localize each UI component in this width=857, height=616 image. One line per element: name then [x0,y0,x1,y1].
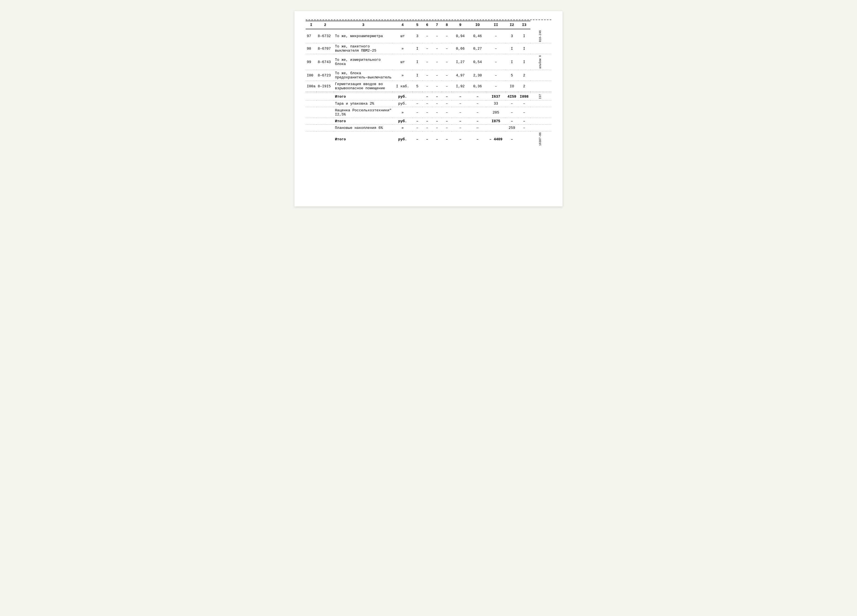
cell-col12: I [506,54,518,70]
cell-col6: – [422,70,432,81]
cell-col4: руб. [393,118,412,125]
cell-col10: 0,27 [469,43,486,54]
cell-col5 [412,93,422,100]
cell-col9: 0,66 [452,43,469,54]
cell-col8: – [442,81,452,92]
table-row: Плановые накопления 6%»–––––—259– [306,125,551,131]
cell-col10: – [469,118,486,125]
cell-col3: Герметизация вводов во взрывоопасное пом… [334,81,393,92]
cell-col6: – [422,29,432,43]
table-row: 978–6732То же, микроамперметрашт3–––0,94… [306,29,551,43]
cell-col8: – [442,100,452,107]
cell-col10: — [469,125,486,131]
col-header-9: 9 [452,21,469,29]
cell-col2 [317,107,334,118]
side-label: 16387-06 [531,131,551,147]
cell-col4: » [393,43,412,54]
cell-col12: 3 [506,29,518,43]
cell-col10: 0,46 [469,29,486,43]
cell-col9: 4,97 [452,70,469,81]
cell-col2: 8–6707 [317,43,334,54]
cell-col4: шт [393,54,412,70]
cell-col6: – [422,54,432,70]
cell-col4: руб. [393,100,412,107]
cell-col13: – [518,100,531,107]
cell-col6: – [422,125,432,131]
cell-col10: – [469,107,486,118]
column-headers: I 2 3 4 5 6 7 8 9 IO II I2 I3 [306,21,551,29]
cell-col9: – [452,125,469,131]
cell-col2: 8–6743 [317,54,334,70]
cell-col5: – [412,118,422,125]
cell-col6: – [422,81,432,92]
cell-col13: – [518,125,531,131]
cell-col3: Плановые накопления 6% [334,125,393,131]
table-row: 988–6707То же, пакетного выключателя ПВМ… [306,43,551,54]
cell-col1 [306,131,317,147]
cell-col8: – [442,93,452,100]
cell-col3: То же, микроамперметра [334,29,393,43]
cell-col10: – [469,100,486,107]
cell-col6: – [422,93,432,100]
cell-col1: I00а [306,81,317,92]
cell-col11: – 4409 [486,131,506,147]
cell-col11: – [486,70,506,81]
cell-col10: 0,36 [469,81,486,92]
cell-col5: I [412,70,422,81]
col-header-2: 2 [317,21,334,29]
cell-col5: – [412,100,422,107]
cell-col13: I098 [518,93,531,100]
cell-col9: – [452,118,469,125]
cell-col11 [486,125,506,131]
cell-col13: 2 [518,81,531,92]
cell-col12: 4I59 [506,93,518,100]
cell-col7: – [432,70,442,81]
col-header-13: I3 [518,21,531,29]
cell-col13: – [518,107,531,118]
cell-col8: – [442,29,452,43]
cell-col7: – [432,81,442,92]
cell-col8: – [442,131,452,147]
cell-col6: – [422,107,432,118]
table-row: I008–6723То же, блока предохранитель–вык… [306,70,551,81]
cell-col8: – [442,70,452,81]
cell-col1: 99 [306,54,317,70]
cell-col7: – [432,93,442,100]
cell-col9: I,92 [452,81,469,92]
cell-col13 [518,131,531,147]
cell-col7: – [432,118,442,125]
cell-col9: – [452,100,469,107]
cell-col9: – [452,131,469,147]
cell-col3: То же, блока предохранитель–выключатель [334,70,393,81]
col-header-11: II [486,21,506,29]
cell-col11: – [486,81,506,92]
cell-col5: 3 [412,29,422,43]
cell-col7: – [432,43,442,54]
side-label: альбом 6 [531,54,551,70]
table-row: 998–6743То же, измерительного блокаштI––… [306,54,551,70]
cell-col3: Тара и упаковка 2% [334,100,393,107]
cell-col12: – [506,131,518,147]
col-header-10: IO [469,21,486,29]
cell-col11: 33 [486,100,506,107]
cell-col3: Итого [334,93,393,100]
cell-col6: – [422,100,432,107]
table-row: Наценка Россельхозтехники" I2,5%»––––––2… [306,107,551,118]
cell-col12: IO [506,81,518,92]
cell-col1 [306,107,317,118]
col-header-5: 5 [412,21,422,29]
cell-col9: I,27 [452,54,469,70]
cell-col5: I [412,43,422,54]
cell-col10: 0,54 [469,54,486,70]
page: I 2 3 4 5 6 7 8 9 IO II I2 I3 978–6732То… [294,11,563,207]
col-header-7: 7 [432,21,442,29]
cell-col9: – [452,93,469,100]
cell-col13: 2 [518,70,531,81]
cell-col2 [317,125,334,131]
cell-col7: – [432,107,442,118]
cell-col2 [317,100,334,107]
cell-col2: 8–6732 [317,29,334,43]
cell-col13: I [518,43,531,54]
cell-col7: – [432,125,442,131]
cell-col5: – [412,125,422,131]
